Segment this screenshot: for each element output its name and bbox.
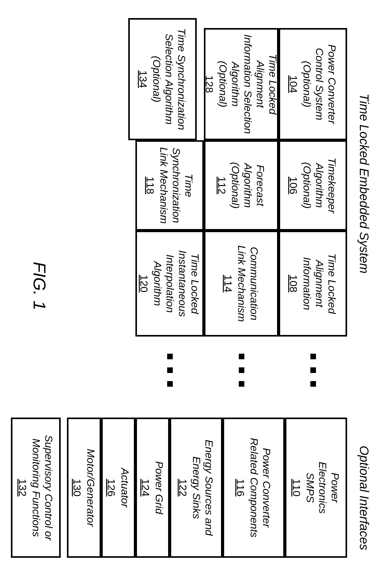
ref-number: 120 xyxy=(138,275,150,293)
box-motor-generator: Motor/Generator 130 xyxy=(67,418,101,558)
ref-number: 132 xyxy=(16,479,29,497)
box-supervisory-control-monitoring: Supervisory Control orMonitoring Functio… xyxy=(11,418,61,558)
label: Time LockedInstantaneousInterpolation Al… xyxy=(152,235,201,332)
ref-number: 126 xyxy=(105,479,118,497)
box-time-locked-instantaneous-interpolation-algorithm: Time LockedInstantaneousInterpolation Al… xyxy=(135,231,204,337)
box-power-converter-control-system: Power ConverterControl System(Optional) … xyxy=(279,28,347,140)
label: Time LockedAlignment Information xyxy=(301,235,338,332)
ref-number: 124 xyxy=(139,479,152,497)
ref-number: 130 xyxy=(71,479,83,497)
heading-left: Time Locked Embedded System xyxy=(357,93,371,274)
ref-number: 134 xyxy=(137,70,149,88)
box-energy-sources-and-sinks: Energy Sources andEnergy Sinks 122 xyxy=(170,418,223,558)
ref-number: 110 xyxy=(290,479,303,497)
ref-number: 112 xyxy=(216,177,228,194)
box-time-sync-link-mechanism: Time SynchronizationLink Mechanism 118 xyxy=(135,140,204,231)
label: CommunicationLink Mechanism xyxy=(236,245,261,322)
label: ForecastAlgorithm(Optional) xyxy=(229,162,267,208)
box-power-grid: Power Grid 124 xyxy=(135,418,170,558)
label: Time SynchronizationSelection Algorithm(… xyxy=(151,28,188,130)
heading-right: Optional Interfaces xyxy=(357,446,371,550)
box-timekeeper-algorithm: TimekeeperAlgorithm(Optional) 106 xyxy=(279,140,347,231)
box-actuator: Actuator 126 xyxy=(101,418,135,558)
label: Motor/Generator xyxy=(85,449,97,526)
label: PowerElectronicsSMPS xyxy=(304,462,341,514)
ellipsis-icon xyxy=(167,354,173,387)
ref-number: 104 xyxy=(287,75,300,93)
box-time-locked-alignment-information: Time LockedAlignment Information 108 xyxy=(279,231,347,337)
label: Supervisory Control orMonitoring Functio… xyxy=(30,435,55,540)
ref-number: 128 xyxy=(203,75,216,93)
ellipsis-icon xyxy=(239,354,244,387)
ref-number: 118 xyxy=(144,177,157,194)
ref-number: 108 xyxy=(287,275,300,293)
box-time-sync-selection-algorithm: Time SynchronizationSelection Algorithm(… xyxy=(128,18,197,140)
label: Time Locked AlignmentInformation Selecti… xyxy=(217,32,280,136)
box-power-electronics-smps: PowerElectronicsSMPS 110 xyxy=(285,418,347,558)
box-forecast-algorithm: ForecastAlgorithm(Optional) 112 xyxy=(204,140,279,231)
label: Actuator xyxy=(119,468,131,508)
box-power-converter-related-components: Power ConverterRelated Components 116 xyxy=(223,418,285,558)
box-communication-link-mechanism: CommunicationLink Mechanism 114 xyxy=(204,231,279,337)
label: Energy Sources andEnergy Sinks xyxy=(191,440,215,536)
label: Time SynchronizationLink Mechanism xyxy=(158,144,195,227)
figure-label: FIG. 1 xyxy=(30,262,50,310)
label: Power ConverterRelated Components xyxy=(248,438,273,537)
label: Power ConverterControl System(Optional) xyxy=(301,44,338,124)
box-time-locked-alignment-info-selection-algorithm: Time Locked AlignmentInformation Selecti… xyxy=(204,28,279,140)
ref-number: 114 xyxy=(222,275,234,293)
label: Power Grid xyxy=(153,461,166,514)
label: TimekeeperAlgorithm(Optional) xyxy=(301,157,338,213)
ref-number: 116 xyxy=(234,479,247,497)
ref-number: 122 xyxy=(177,479,189,497)
ellipsis-icon xyxy=(310,354,316,387)
ref-number: 106 xyxy=(287,177,300,194)
